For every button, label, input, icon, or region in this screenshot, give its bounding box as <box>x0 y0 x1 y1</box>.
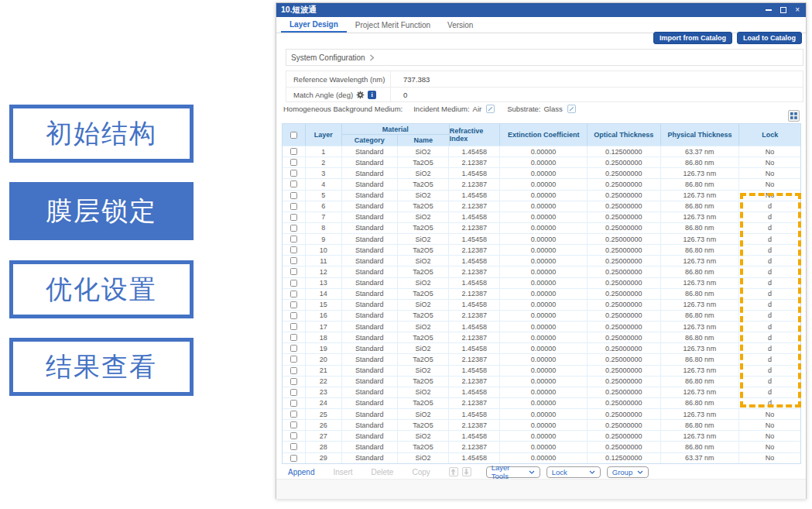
cell-optical-thickness[interactable]: 0.25000000 <box>588 354 661 364</box>
cell-lock[interactable]: d <box>739 278 800 288</box>
cell-layer[interactable]: 21 <box>306 366 342 376</box>
cell-category[interactable]: Standard <box>342 212 398 222</box>
append-button[interactable]: Append <box>288 468 314 476</box>
cell-refractive-index[interactable]: 1.45458 <box>449 431 500 441</box>
cell-name[interactable]: SiO2 <box>398 409 450 419</box>
cell-name[interactable]: SiO2 <box>398 322 450 332</box>
cell-refractive-index[interactable]: 1.45458 <box>449 366 500 376</box>
cell-extinction-coefficient[interactable]: 0.00000 <box>500 212 588 222</box>
cell-physical-thickness[interactable]: 126.73 nm <box>661 168 740 178</box>
cell-physical-thickness[interactable]: 126.73 nm <box>661 278 740 288</box>
cell-category[interactable]: Standard <box>342 398 398 408</box>
cell-layer[interactable]: 14 <box>306 289 342 299</box>
cell-refractive-index[interactable]: 2.12387 <box>449 201 500 212</box>
import-from-catalog-button[interactable]: Import from Catalog <box>653 32 732 44</box>
cell-layer[interactable]: 20 <box>306 354 342 364</box>
cell-category[interactable]: Standard <box>342 234 398 244</box>
cell-layer[interactable]: 5 <box>306 191 342 201</box>
cell-name[interactable]: SiO2 <box>398 191 450 201</box>
cell-layer[interactable]: 25 <box>306 409 342 419</box>
cell-refractive-index[interactable]: 1.45458 <box>449 453 500 463</box>
cell-refractive-index[interactable]: 1.45458 <box>449 234 500 244</box>
cell-category[interactable]: Standard <box>342 256 398 266</box>
cell-optical-thickness[interactable]: 0.25000000 <box>588 300 661 310</box>
cell-physical-thickness[interactable]: 86.80 nm <box>661 157 740 167</box>
cell-lock[interactable]: d <box>739 212 800 222</box>
cell-layer[interactable]: 6 <box>306 201 342 212</box>
cell-extinction-coefficient[interactable]: 0.00000 <box>500 409 588 419</box>
row-checkbox[interactable] <box>290 280 297 287</box>
row-checkbox[interactable] <box>290 356 297 363</box>
cell-name[interactable]: Ta2O5 <box>398 420 450 430</box>
cell-layer[interactable]: 10 <box>306 245 342 255</box>
cell-layer[interactable]: 23 <box>306 387 342 397</box>
cell-category[interactable]: Standard <box>342 146 398 156</box>
info-icon[interactable]: i <box>368 91 376 99</box>
cell-refractive-index[interactable]: 2.12387 <box>449 442 500 452</box>
cell-extinction-coefficient[interactable]: 0.00000 <box>500 311 588 321</box>
row-checkbox[interactable] <box>290 367 297 374</box>
load-to-catalog-button[interactable]: Load to Catalog <box>737 32 802 44</box>
row-checkbox[interactable] <box>290 159 297 166</box>
reference-wavelength-value[interactable]: 737.383 <box>391 75 430 84</box>
cell-optical-thickness[interactable]: 0.25000000 <box>588 387 661 397</box>
cell-extinction-coefficient[interactable]: 0.00000 <box>500 420 588 430</box>
cell-lock[interactable]: No <box>739 157 800 167</box>
cell-lock[interactable]: d <box>739 311 800 321</box>
cell-lock[interactable]: No <box>739 409 800 419</box>
cell-extinction-coefficient[interactable]: 0.00000 <box>500 343 588 353</box>
cell-optical-thickness[interactable]: 0.25000000 <box>588 409 661 419</box>
cell-name[interactable]: SiO2 <box>398 168 450 178</box>
cell-physical-thickness[interactable]: 63.37 nm <box>661 146 740 156</box>
cell-name[interactable]: Ta2O5 <box>398 377 450 387</box>
cell-layer[interactable]: 19 <box>306 343 342 353</box>
cell-category[interactable]: Standard <box>342 442 398 452</box>
cell-extinction-coefficient[interactable]: 0.00000 <box>500 234 588 244</box>
cell-optical-thickness[interactable]: 0.25000000 <box>588 191 661 201</box>
cell-lock[interactable]: No <box>739 431 800 441</box>
cell-name[interactable]: SiO2 <box>398 212 450 222</box>
copy-button[interactable]: Copy <box>412 468 430 476</box>
minimize-button[interactable] <box>766 9 772 11</box>
cell-physical-thickness[interactable]: 126.73 nm <box>661 387 740 397</box>
cell-physical-thickness[interactable]: 126.73 nm <box>661 322 740 332</box>
cell-extinction-coefficient[interactable]: 0.00000 <box>500 179 588 189</box>
cell-lock[interactable]: d <box>739 354 800 364</box>
match-angle-value[interactable]: 0 <box>391 91 407 99</box>
cell-optical-thickness[interactable]: 0.25000000 <box>588 234 661 244</box>
cell-category[interactable]: Standard <box>342 289 398 299</box>
cell-name[interactable]: SiO2 <box>398 366 450 376</box>
cell-lock[interactable]: d <box>739 201 800 212</box>
cell-lock[interactable]: d <box>739 366 800 376</box>
cell-lock[interactable]: d <box>739 332 800 342</box>
cell-refractive-index[interactable]: 1.45458 <box>449 322 500 332</box>
cell-lock[interactable]: d <box>739 245 800 255</box>
cell-optical-thickness[interactable]: 0.25000000 <box>588 420 661 430</box>
row-checkbox[interactable] <box>290 378 297 385</box>
cell-refractive-index[interactable]: 1.45458 <box>449 409 500 419</box>
row-checkbox[interactable] <box>290 323 297 330</box>
cell-physical-thickness[interactable]: 86.80 nm <box>661 245 740 255</box>
cell-physical-thickness[interactable]: 86.80 nm <box>661 267 740 277</box>
cell-lock[interactable]: No <box>739 146 800 156</box>
cell-lock[interactable]: No <box>739 168 800 178</box>
cell-extinction-coefficient[interactable]: 0.00000 <box>500 168 588 178</box>
cell-refractive-index[interactable]: 2.12387 <box>449 311 500 321</box>
cell-lock[interactable]: No <box>739 442 800 452</box>
cell-optical-thickness[interactable]: 0.25000000 <box>588 256 661 266</box>
cell-optical-thickness[interactable]: 0.25000000 <box>588 267 661 277</box>
cell-category[interactable]: Standard <box>342 168 398 178</box>
cell-physical-thickness[interactable]: 126.73 nm <box>661 234 740 244</box>
cell-extinction-coefficient[interactable]: 0.00000 <box>500 146 588 156</box>
row-checkbox[interactable] <box>290 411 297 418</box>
cell-extinction-coefficient[interactable]: 0.00000 <box>500 387 588 397</box>
select-all-checkbox[interactable] <box>290 132 297 139</box>
row-checkbox[interactable] <box>290 400 297 407</box>
cell-physical-thickness[interactable]: 126.73 nm <box>661 431 740 441</box>
cell-optical-thickness[interactable]: 0.25000000 <box>588 179 661 189</box>
cell-optical-thickness[interactable]: 0.25000000 <box>588 442 661 452</box>
cell-name[interactable]: Ta2O5 <box>398 157 450 167</box>
row-checkbox[interactable] <box>290 246 297 253</box>
cell-layer[interactable]: 7 <box>306 212 342 222</box>
cell-extinction-coefficient[interactable]: 0.00000 <box>500 267 588 277</box>
